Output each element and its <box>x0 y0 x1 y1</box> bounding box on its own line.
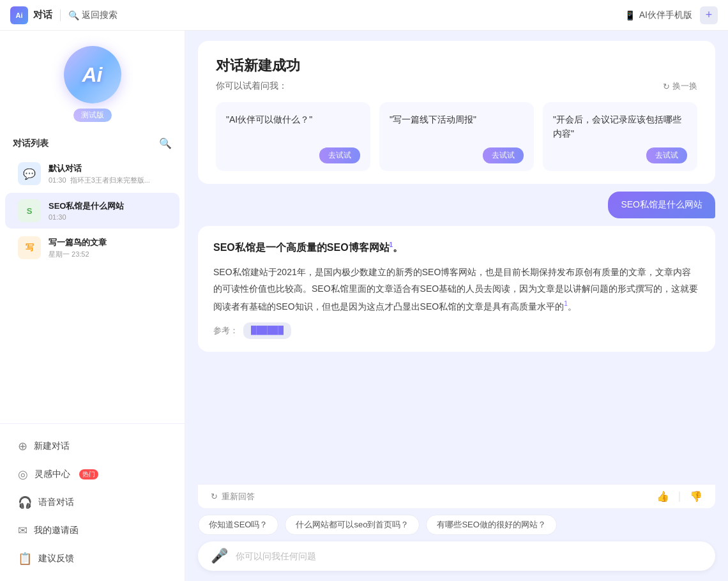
nav-logo-icon: Ai <box>10 6 28 24</box>
suggestion-cards: "AI伙伴可以做什么？" 去试试 "写一篇线下活动周报" 去试试 "开会后，会议… <box>216 102 697 171</box>
conversation-item-seo[interactable]: S SEO私馆是什么网站 01:30 <box>5 193 179 229</box>
conv-sub: 01:30 指环王3王者归来完整版... <box>49 176 167 185</box>
welcome-subtitle: 你可以试着问我： ↻ 换一换 <box>216 80 697 92</box>
thumbdown-button[interactable]: 👎 <box>690 490 702 502</box>
input-bar: 🎤 <box>198 541 715 571</box>
welcome-title: 对话新建成功 <box>216 56 697 75</box>
reference-area: 参考： ██████ <box>213 322 700 339</box>
suggestion-text-1: "AI伙伴可以做什么？" <box>226 112 360 126</box>
lightbulb-icon: ◎ <box>18 467 28 481</box>
plus-circle-icon: ⊕ <box>18 439 27 453</box>
sidebar-item-invite[interactable]: ✉ 我的邀请函 <box>5 517 179 544</box>
envelope-icon: ✉ <box>18 524 27 538</box>
quick-question-1[interactable]: 你知道SEO吗？ <box>198 515 278 535</box>
top-nav: Ai 对话 🔍 返回搜索 📱 AI伙伴手机版 + <box>0 0 728 31</box>
conv-name: SEO私馆是什么网站 <box>49 200 167 212</box>
suggestion-card-3[interactable]: "开会后，会议记录应该包括哪些内容" 去试试 <box>543 102 697 171</box>
nav-title: 对话 <box>33 9 52 21</box>
refresh-button[interactable]: ↻ 换一换 <box>663 80 697 92</box>
conv-time: 01:30 <box>49 213 167 221</box>
conversation-list: 💬 默认对话 01:30 指环王3王者归来完整版... S SEO私馆是什么网站… <box>0 155 185 423</box>
retry-button[interactable]: ↻ 重新回答 <box>211 491 255 502</box>
quick-question-3[interactable]: 有哪些SEO做的很好的网站？ <box>426 515 556 535</box>
conv-details: 写一篇鸟的文章 星期一 23:52 <box>49 237 167 259</box>
nav-divider <box>60 10 61 21</box>
feedback-buttons: 👍 ｜ 👎 <box>656 490 702 503</box>
microphone-icon[interactable]: 🎤 <box>211 548 228 564</box>
suggestion-text-2: "写一篇线下活动周报" <box>390 112 524 126</box>
sidebar-bottom-menu: ⊕ 新建对话 ◎ 灵感中心 热门 🎧 语音对话 ✉ 我的邀请函 📋 建议反馈 <box>0 423 185 581</box>
mobile-version-button[interactable]: 📱 AI伙伴手机版 <box>625 10 692 21</box>
user-message: SEO私馆是什么网站 <box>608 192 715 218</box>
suggestion-text-3: "开会后，会议记录应该包括哪些内容" <box>553 112 687 141</box>
suggestion-card-1[interactable]: "AI伙伴可以做什么？" 去试试 <box>216 102 370 171</box>
quick-questions: 你知道SEO吗？ 什么网站都可以seo到首页吗？ 有哪些SEO做的很好的网站？ <box>185 508 728 541</box>
ref-chip[interactable]: ██████ <box>243 322 291 339</box>
headphone-icon: 🎧 <box>18 495 32 509</box>
main-layout: Ai 测试版 对话列表 🔍 💬 默认对话 01:30 指环王3王者归来完整版..… <box>0 31 728 581</box>
try-button-2[interactable]: 去试试 <box>483 147 524 163</box>
hot-badge: 热门 <box>79 469 98 479</box>
conversation-item-default[interactable]: 💬 默认对话 01:30 指环王3王者归来完整版... <box>5 156 179 192</box>
try-button-1[interactable]: 去试试 <box>319 147 360 163</box>
citation-2: 1 <box>564 300 568 307</box>
conv-name: 默认对话 <box>49 163 167 174</box>
retry-icon: ↻ <box>211 492 218 501</box>
citation-1: 1 <box>390 241 393 248</box>
sidebar-item-feedback[interactable]: 📋 建议反馈 <box>5 545 179 572</box>
sidebar-item-label: 新建对话 <box>34 441 70 452</box>
conv-time: 星期一 23:52 <box>49 250 167 259</box>
refresh-icon: ↻ <box>663 82 670 91</box>
ai-response-body: SEO私馆建站于2021年，是国内极少数建立的新秀的SEO博客网站，也是目前长期… <box>213 264 700 315</box>
ai-response-title: SEO私馆是一个高质量的SEO博客网站1。 <box>213 239 700 257</box>
conv-details: 默认对话 01:30 指环王3王者归来完整版... <box>49 163 167 185</box>
content-area: 对话新建成功 你可以试着问我： ↻ 换一换 "AI伙伴可以做什么？" 去试试 <box>185 31 728 581</box>
thumbup-button[interactable]: 👍 <box>656 490 669 502</box>
quick-question-2[interactable]: 什么网站都可以seo到首页吗？ <box>285 515 420 535</box>
conv-icon: 写 <box>18 236 41 259</box>
back-button[interactable]: 🔍 返回搜索 <box>68 10 118 21</box>
sidebar-item-label: 灵感中心 <box>34 469 70 480</box>
action-row: ↻ 重新回答 👍 ｜ 👎 <box>198 484 715 508</box>
sidebar: Ai 测试版 对话列表 🔍 💬 默认对话 01:30 指环王3王者归来完整版..… <box>0 31 185 581</box>
sidebar-item-label: 建议反馈 <box>38 553 74 564</box>
sidebar-item-new-conversation[interactable]: ⊕ 新建对话 <box>5 433 179 460</box>
conversation-item-article[interactable]: 写 写一篇鸟的文章 星期一 23:52 <box>5 230 179 266</box>
sidebar-item-label: 语音对话 <box>38 497 74 508</box>
add-button[interactable]: + <box>700 6 718 24</box>
chat-area: SEO私馆是什么网站 SEO私馆是一个高质量的SEO博客网站1。 SEO私馆建站… <box>185 184 728 484</box>
mobile-icon: 📱 <box>625 10 635 20</box>
conv-name: 写一篇鸟的文章 <box>49 237 167 248</box>
search-icon: 🔍 <box>68 10 79 20</box>
avatar-area: Ai 测试版 <box>0 31 185 132</box>
feedback-divider: ｜ <box>674 490 685 503</box>
conversations-section-title: 对话列表 🔍 <box>0 132 185 155</box>
nav-right: 📱 AI伙伴手机版 + <box>625 6 718 24</box>
ai-response: SEO私馆是一个高质量的SEO博客网站1。 SEO私馆建站于2021年，是国内极… <box>198 226 715 352</box>
clipboard-icon: 📋 <box>18 552 32 566</box>
chat-input[interactable] <box>236 551 702 561</box>
sidebar-item-label: 我的邀请函 <box>34 525 79 536</box>
avatar-text: Ai <box>82 63 103 87</box>
try-button-3[interactable]: 去试试 <box>646 147 687 163</box>
conv-details: SEO私馆是什么网站 01:30 <box>49 200 167 221</box>
conv-icon: 💬 <box>18 162 41 185</box>
suggestion-card-2[interactable]: "写一篇线下活动周报" 去试试 <box>379 102 534 171</box>
conv-icon: S <box>18 199 41 222</box>
ref-label: 参考： <box>213 323 238 338</box>
sidebar-item-voice[interactable]: 🎧 语音对话 <box>5 489 179 516</box>
avatar: Ai <box>64 46 121 103</box>
sidebar-item-inspiration[interactable]: ◎ 灵感中心 热门 <box>5 461 179 488</box>
conversation-search-icon[interactable]: 🔍 <box>159 137 172 149</box>
welcome-card: 对话新建成功 你可以试着问我： ↻ 换一换 "AI伙伴可以做什么？" 去试试 <box>198 41 715 184</box>
nav-left: Ai 对话 🔍 返回搜索 <box>10 6 118 24</box>
avatar-badge: 测试版 <box>73 109 112 122</box>
